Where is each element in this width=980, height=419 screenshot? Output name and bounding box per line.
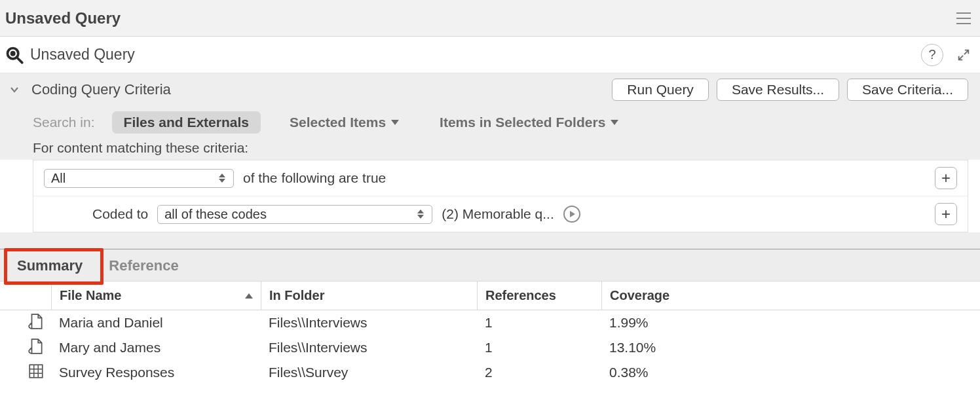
document-icon xyxy=(28,338,45,355)
stepper-icon xyxy=(416,210,425,219)
coded-to-select[interactable]: all of these codes xyxy=(157,205,432,224)
col-coverage[interactable]: Coverage xyxy=(601,282,980,310)
collapse-chevron-icon[interactable] xyxy=(9,84,20,95)
cell-folder: Files\\Interviews xyxy=(261,315,477,331)
cell-references: 2 xyxy=(477,365,601,380)
col-file-name[interactable]: File Name xyxy=(51,282,261,310)
expand-icon[interactable] xyxy=(956,48,971,62)
cell-coverage: 0.38% xyxy=(601,365,980,380)
coded-to-label: Coded to xyxy=(92,206,148,222)
cell-coverage: 1.99% xyxy=(601,315,980,331)
criteria-panel: All of the following are true + Coded to… xyxy=(33,160,968,232)
caret-down-icon xyxy=(611,120,618,125)
sort-asc-icon xyxy=(245,293,253,299)
table-header: File Name In Folder References Coverage xyxy=(0,282,980,310)
cell-folder: Files\\Interviews xyxy=(261,340,477,355)
cell-file-name: Survey Responses xyxy=(51,365,261,380)
cell-references: 1 xyxy=(477,340,601,355)
results-table: File Name In Folder References Coverage … xyxy=(0,282,980,385)
caret-down-icon xyxy=(391,120,399,125)
coded-to-select-value: all of these codes xyxy=(164,207,267,222)
col-in-folder[interactable]: In Folder xyxy=(261,282,477,310)
table-row[interactable]: Maria and DanielFiles\\Interviews11.99% xyxy=(0,310,980,335)
add-criteria-button[interactable]: + xyxy=(935,167,957,189)
svg-line-2 xyxy=(17,57,22,62)
svg-rect-3 xyxy=(29,365,43,378)
search-scope-selected-folders[interactable]: Items in Selected Folders xyxy=(428,111,630,134)
search-in-row: Search in: Files and Externals Selected … xyxy=(0,105,980,140)
cell-coverage: 13.10% xyxy=(601,340,980,355)
run-query-button[interactable]: Run Query xyxy=(612,79,709,101)
search-scope-folders-label: Items in Selected Folders xyxy=(440,115,605,130)
go-arrow-icon[interactable] xyxy=(563,206,580,223)
save-results-button[interactable]: Save Results... xyxy=(717,79,839,101)
search-scope-selected-label: Selected Items xyxy=(290,115,386,130)
table-row[interactable]: Mary and JamesFiles\\Interviews113.10% xyxy=(0,335,980,360)
tab-summary[interactable]: Summary xyxy=(4,249,96,281)
search-in-label: Search in: xyxy=(33,115,95,130)
window-title: Unsaved Query xyxy=(5,9,121,27)
add-subcriteria-button[interactable]: + xyxy=(935,203,957,225)
document-icon xyxy=(28,313,45,330)
cell-file-name: Mary and James xyxy=(51,340,261,355)
magnifier-icon xyxy=(5,46,24,64)
criteria-all-select-value: All xyxy=(51,171,66,186)
codes-summary: (2) Memorable q... xyxy=(442,206,554,222)
sub-header: Unsaved Query ? xyxy=(0,37,980,73)
titlebar: Unsaved Query xyxy=(0,0,980,37)
dataset-icon xyxy=(28,363,45,380)
svg-point-1 xyxy=(10,50,16,56)
stepper-icon xyxy=(217,173,227,183)
save-criteria-button[interactable]: Save Criteria... xyxy=(847,79,968,101)
cell-file-name: Maria and Daniel xyxy=(51,315,261,331)
col-references[interactable]: References xyxy=(477,282,601,310)
criteria-content-label: For content matching these criteria: xyxy=(0,140,980,160)
table-row[interactable]: Survey ResponsesFiles\\Survey20.38% xyxy=(0,360,980,385)
result-tabs: Summary Reference xyxy=(0,249,980,282)
criteria-row-2: Coded to all of these codes (2) Memorabl… xyxy=(33,196,968,232)
criteria-row1-suffix: of the following are true xyxy=(243,170,386,186)
help-button[interactable]: ? xyxy=(921,44,943,66)
cell-references: 1 xyxy=(477,315,601,331)
criteria-title: Coding Query Criteria xyxy=(31,81,171,98)
criteria-header: Coding Query Criteria Run Query Save Res… xyxy=(0,73,980,105)
search-scope-files[interactable]: Files and Externals xyxy=(112,111,261,134)
criteria-all-select[interactable]: All xyxy=(44,169,234,188)
cell-folder: Files\\Survey xyxy=(261,365,477,380)
col-file-name-label: File Name xyxy=(60,288,121,303)
tab-reference[interactable]: Reference xyxy=(96,249,191,281)
hamburger-menu-icon[interactable] xyxy=(956,12,971,24)
criteria-row-1: All of the following are true + xyxy=(33,160,968,196)
search-scope-selected-items[interactable]: Selected Items xyxy=(278,111,411,134)
query-title: Unsaved Query xyxy=(30,46,135,64)
